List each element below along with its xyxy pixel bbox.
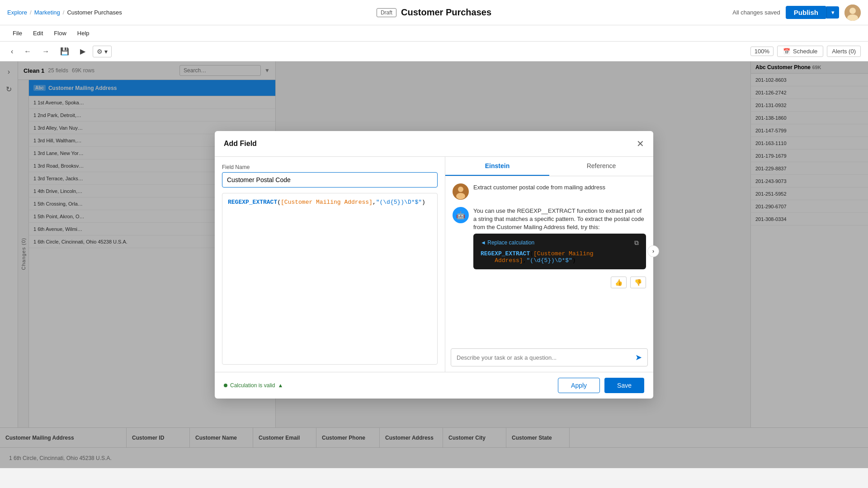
thumbs-row: 👍 👎 [453, 277, 646, 288]
publish-button[interactable]: Publish [786, 6, 826, 19]
saved-text: All changes saved [732, 9, 780, 16]
user-avatar-suggestion [453, 183, 469, 200]
svg-point-5 [456, 193, 465, 199]
toolbar: ‹ ← → 💾 ▶ ⚙ ▾ 100% 📅 Schedule Alerts (0) [0, 42, 868, 61]
svg-point-1 [849, 8, 856, 14]
modal-body: Field Name REGEXP_EXTRACT([Customer Mail… [215, 157, 653, 372]
add-field-modal: Add Field ✕ Field Name REGEXP_EXTRACT([C… [215, 131, 653, 399]
schedule-button[interactable]: 📅 Schedule [777, 46, 823, 57]
copy-button[interactable]: ⧉ [634, 239, 639, 247]
page-title: Customer Purchases [401, 7, 491, 18]
publish-dropdown-button[interactable]: ▾ [826, 6, 839, 19]
breadcrumb-sep1: / [30, 9, 32, 16]
title-center: Draft Customer Purchases [377, 7, 491, 18]
einstein-explanation: You can use the REGEXP__EXTRACT function… [473, 207, 646, 232]
breadcrumb-sep2: / [63, 9, 65, 16]
calc-valid-text: Calculation is valid [230, 382, 275, 389]
top-bar-right: All changes saved Publish ▾ [732, 5, 861, 21]
breadcrumb-current: Customer Purchases [67, 9, 122, 16]
alerts-button[interactable]: Alerts (0) [827, 46, 861, 57]
modal-header: Add Field ✕ [215, 131, 653, 157]
modal-close-button[interactable]: ✕ [637, 138, 644, 149]
modal-overlay: Add Field ✕ Field Name REGEXP_EXTRACT([C… [0, 61, 868, 468]
thumbs-down-button[interactable]: 👎 [630, 277, 646, 288]
field-name-label: Field Name [222, 164, 438, 170]
canvas-area: › ↻ 🔷 Customer Tran... Clean 1 25 fields… [0, 61, 868, 468]
calc-valid-dot [224, 384, 227, 387]
calc-valid-indicator: Calculation is valid ▲ [224, 379, 283, 392]
breadcrumb: Explore / Marketing / Customer Purchases [7, 9, 122, 16]
top-bar: Explore / Marketing / Customer Purchases… [0, 0, 868, 25]
breadcrumb-explore[interactable]: Explore [7, 9, 27, 16]
replace-calc-button[interactable]: ◄ Replace calculation [481, 239, 534, 246]
back-button[interactable]: ← [20, 46, 35, 57]
calc-valid-chevron[interactable]: ▲ [278, 382, 283, 389]
ask-input-row: ➤ [451, 348, 648, 366]
einstein-panel: Extract customer postal code from mailin… [445, 176, 653, 348]
modal-footer: Calculation is valid ▲ Apply Save [215, 372, 653, 399]
modal-title: Add Field [224, 140, 257, 148]
menu-flow[interactable]: Flow [48, 27, 71, 39]
sidebar-toggle-button[interactable]: ‹ [7, 46, 17, 57]
svg-point-4 [458, 187, 463, 192]
suggestion-item-2: 🤖 You can use the REGEXP__EXTRACT functi… [453, 207, 646, 269]
menu-file[interactable]: File [7, 27, 28, 39]
tab-einstein[interactable]: Einstein [445, 157, 549, 176]
apply-button[interactable]: Apply [558, 378, 600, 393]
field-name-input[interactable] [222, 172, 438, 188]
modal-tabs: Einstein Reference [445, 157, 653, 176]
zoom-level: 100% [750, 47, 774, 56]
settings-button[interactable]: ⚙ ▾ [93, 46, 112, 57]
code-block-content: REGEXP_EXTRACT([Customer Mailing Address… [481, 250, 639, 264]
top-bar-left: Explore / Marketing / Customer Purchases [7, 9, 122, 16]
modal-right: Einstein Reference Extract customer post… [445, 157, 653, 372]
code-block-suggestion: ◄ Replace calculation ⧉ REGEXP_EXTRACT([… [473, 234, 646, 269]
suggestion-text-1: Extract customer postal code from mailin… [473, 183, 605, 192]
breadcrumb-marketing[interactable]: Marketing [34, 9, 60, 16]
menu-help[interactable]: Help [72, 27, 95, 39]
menu-bar: File Edit Flow Help [0, 25, 868, 42]
modal-left: Field Name REGEXP_EXTRACT([Customer Mail… [215, 157, 445, 372]
menu-edit[interactable]: Edit [28, 27, 48, 39]
ask-send-button[interactable]: ➤ [630, 349, 647, 366]
avatar [844, 5, 861, 21]
play-button[interactable]: ▶ [76, 45, 89, 57]
einstein-avatar: 🤖 [453, 207, 469, 223]
thumbs-up-button[interactable]: 👍 [611, 277, 627, 288]
ask-input-container: ➤ [445, 348, 653, 372]
code-block-header: ◄ Replace calculation ⧉ [481, 239, 639, 247]
save-button[interactable]: Save [604, 378, 644, 393]
draft-badge: Draft [377, 8, 396, 17]
code-editor[interactable]: REGEXP_EXTRACT([Customer Mailing Address… [222, 193, 438, 365]
save-button[interactable]: 💾 [57, 45, 73, 57]
tab-reference[interactable]: Reference [549, 157, 653, 176]
suggestion-item-1: Extract customer postal code from mailin… [453, 183, 646, 200]
ask-input[interactable] [451, 350, 630, 366]
forward-button[interactable]: → [38, 46, 53, 57]
